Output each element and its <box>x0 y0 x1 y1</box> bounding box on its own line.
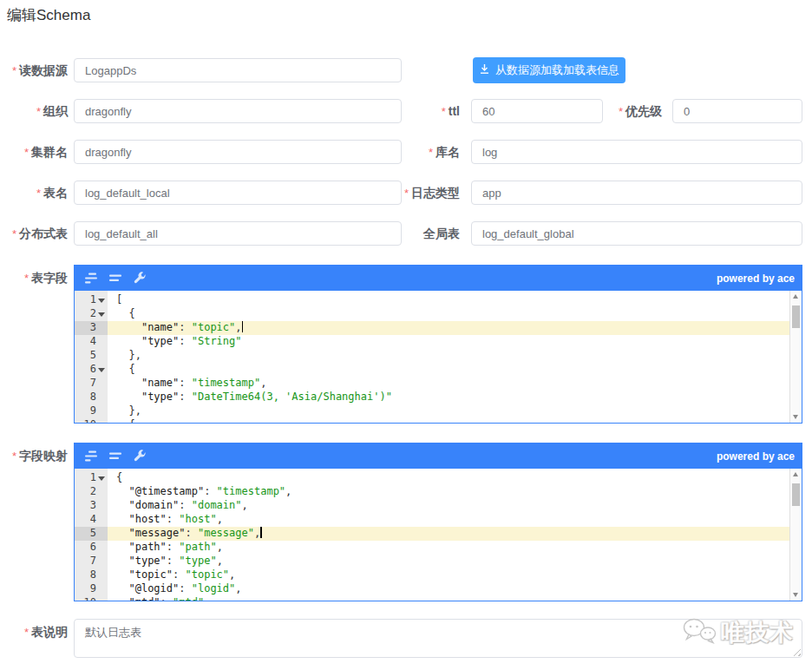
required-asterisk: * <box>12 450 16 463</box>
line-number-gutter: 12345678910 <box>75 469 108 601</box>
gutter-line-number[interactable]: 2 <box>75 485 108 499</box>
scrollbar-thumb[interactable] <box>792 305 800 328</box>
required-asterisk: * <box>36 187 41 200</box>
cluster-label: *集群名 <box>0 140 68 165</box>
code-area[interactable]: 12345678910 [ { "name": "topic", "type":… <box>75 291 802 423</box>
gutter-line-number[interactable]: 7 <box>75 555 108 568</box>
field-mapping-label: *字段映射 <box>0 447 68 465</box>
editor-toolbar: powered by ace <box>75 443 802 469</box>
code-area[interactable]: 12345678910 { "@timestamp": "timestamp",… <box>75 469 802 601</box>
table-desc-textarea[interactable]: 默认日志表 <box>74 619 802 658</box>
global-table-label: 全局表 <box>382 221 460 246</box>
load-table-info-button[interactable]: 从数据源加载加载表信息 <box>473 57 625 83</box>
code-lines[interactable]: [ { "name": "topic", "type": "String" },… <box>108 291 789 423</box>
code-line[interactable]: "name": "timestamp", <box>108 377 789 391</box>
gutter-line-number[interactable]: 9 <box>75 404 108 418</box>
gutter-line-number[interactable]: 8 <box>75 568 108 582</box>
database-label: *库名 <box>382 140 460 165</box>
read-datasource-label: *读数据源 <box>0 58 68 83</box>
editor-toolbar: powered by ace <box>75 266 802 291</box>
editor-scrollbar[interactable] <box>789 469 802 601</box>
page-title: 编辑Schema <box>7 5 90 25</box>
required-asterisk: * <box>24 626 29 639</box>
code-line[interactable]: { <box>108 418 789 423</box>
ttl-input[interactable] <box>471 99 603 123</box>
scroll-down-arrow-icon[interactable] <box>790 411 802 423</box>
code-line[interactable]: "type": "String" <box>108 335 789 349</box>
gutter-line-number[interactable]: 4 <box>75 335 108 349</box>
scroll-up-arrow-icon[interactable] <box>790 469 802 481</box>
scroll-down-arrow-icon[interactable] <box>790 588 802 601</box>
gutter-line-number[interactable]: 5 <box>75 527 108 541</box>
global-table-input[interactable] <box>471 221 802 246</box>
required-asterisk: * <box>24 272 29 285</box>
database-input[interactable] <box>471 140 802 164</box>
gutter-line-number[interactable]: 6 <box>75 363 108 377</box>
fold-arrow-icon[interactable] <box>98 476 105 481</box>
code-line[interactable]: "name": "topic", <box>108 321 789 335</box>
code-line[interactable]: "domain": "domain", <box>108 499 789 513</box>
gutter-line-number[interactable]: 2 <box>75 307 108 321</box>
gutter-line-number[interactable]: 3 <box>75 321 108 335</box>
code-line[interactable]: { <box>108 471 789 485</box>
scrollbar-thumb[interactable] <box>792 483 800 506</box>
format-icon[interactable] <box>82 447 101 466</box>
editor-scrollbar[interactable] <box>789 291 802 423</box>
compact-icon[interactable] <box>106 447 125 466</box>
repair-icon[interactable] <box>130 269 149 288</box>
code-line[interactable]: "@logid": "logid", <box>108 582 789 596</box>
gutter-line-number[interactable]: 10 <box>75 418 108 423</box>
required-asterisk: * <box>12 227 16 240</box>
org-input[interactable] <box>74 99 402 123</box>
fold-arrow-icon[interactable] <box>98 368 105 372</box>
org-label: *组织 <box>0 99 68 124</box>
compact-icon[interactable] <box>106 269 125 288</box>
gutter-line-number[interactable]: 8 <box>75 391 108 404</box>
gutter-line-number[interactable]: 5 <box>75 349 108 363</box>
ttl-label: *ttl <box>395 99 460 124</box>
code-line[interactable]: [ <box>108 293 789 307</box>
code-line[interactable]: "path": "path", <box>108 541 789 555</box>
scroll-up-arrow-icon[interactable] <box>790 291 802 303</box>
text-cursor <box>242 321 244 332</box>
powered-by-ace-label: powered by ace <box>717 273 795 285</box>
repair-icon[interactable] <box>130 447 149 466</box>
code-line[interactable]: }, <box>108 404 789 418</box>
load-button-label: 从数据源加载加载表信息 <box>495 62 619 78</box>
code-line[interactable]: "host": "host", <box>108 513 789 527</box>
format-icon[interactable] <box>82 269 101 288</box>
priority-input[interactable] <box>672 99 802 123</box>
required-asterisk: * <box>619 105 623 118</box>
required-asterisk: * <box>442 105 446 118</box>
code-line[interactable]: "type": "DateTime64(3, 'Asia/Shanghai')" <box>108 391 789 404</box>
code-lines[interactable]: { "@timestamp": "timestamp", "domain": "… <box>108 469 789 601</box>
code-line[interactable]: "mtd": "mtd", <box>108 596 789 601</box>
code-line[interactable]: "message": "message", <box>108 527 789 541</box>
gutter-line-number[interactable]: 10 <box>75 596 108 601</box>
gutter-line-number[interactable]: 7 <box>75 377 108 391</box>
gutter-line-number[interactable]: 9 <box>75 582 108 596</box>
distributed-table-input[interactable] <box>74 221 402 246</box>
required-asterisk: * <box>24 146 29 159</box>
code-line[interactable]: }, <box>108 349 789 363</box>
table-fields-label: *表字段 <box>0 269 68 287</box>
fold-arrow-icon[interactable] <box>98 299 105 303</box>
gutter-line-number[interactable]: 3 <box>75 499 108 513</box>
code-line[interactable]: "type": "type", <box>108 555 789 568</box>
table-desc-label: *表说明 <box>0 623 68 641</box>
gutter-line-number[interactable]: 6 <box>75 541 108 555</box>
log-type-input[interactable] <box>471 181 802 205</box>
fold-arrow-icon[interactable] <box>98 312 105 317</box>
cluster-input[interactable] <box>74 140 402 164</box>
gutter-line-number[interactable]: 1 <box>75 471 108 485</box>
gutter-line-number[interactable]: 4 <box>75 513 108 527</box>
gutter-line-number[interactable]: 1 <box>75 293 108 307</box>
code-line[interactable]: "topic": "topic", <box>108 568 789 582</box>
code-line[interactable]: "@timestamp": "timestamp", <box>108 485 789 499</box>
code-line[interactable]: { <box>108 307 789 321</box>
read-datasource-input[interactable] <box>74 58 402 82</box>
log-type-label: *日志类型 <box>382 181 460 206</box>
table-name-input[interactable] <box>74 181 402 205</box>
code-line[interactable]: { <box>108 363 789 377</box>
json-editor-field-mapping: powered by ace 12345678910 { "@timestamp… <box>74 443 802 601</box>
